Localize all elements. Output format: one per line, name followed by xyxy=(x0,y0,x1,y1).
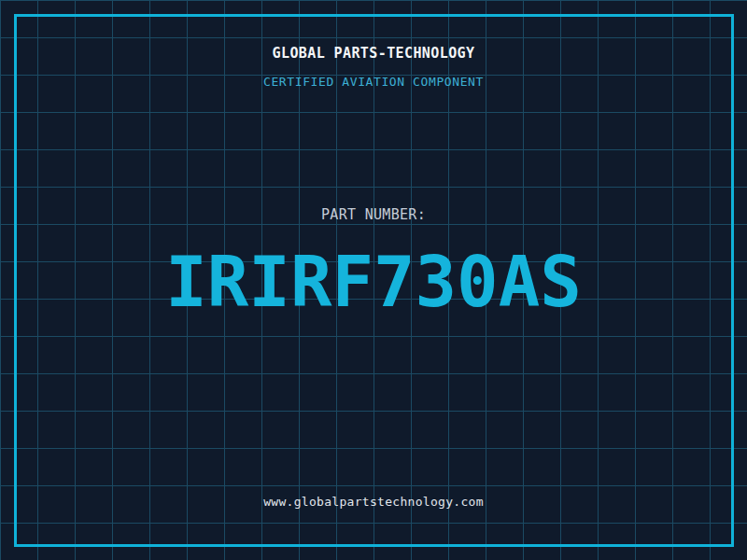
part-number-label: PART NUMBER: xyxy=(0,206,747,223)
company-name: GLOBAL PARTS-TECHNOLOGY xyxy=(0,45,747,62)
website-url: www.globalpartstechnology.com xyxy=(0,495,747,509)
part-certificate-page: GLOBAL PARTS-TECHNOLOGY CERTIFIED AVIATI… xyxy=(0,0,747,560)
certification-tagline: CERTIFIED AVIATION COMPONENT xyxy=(0,75,747,89)
part-number-value: IRIRF730AS xyxy=(0,245,747,319)
